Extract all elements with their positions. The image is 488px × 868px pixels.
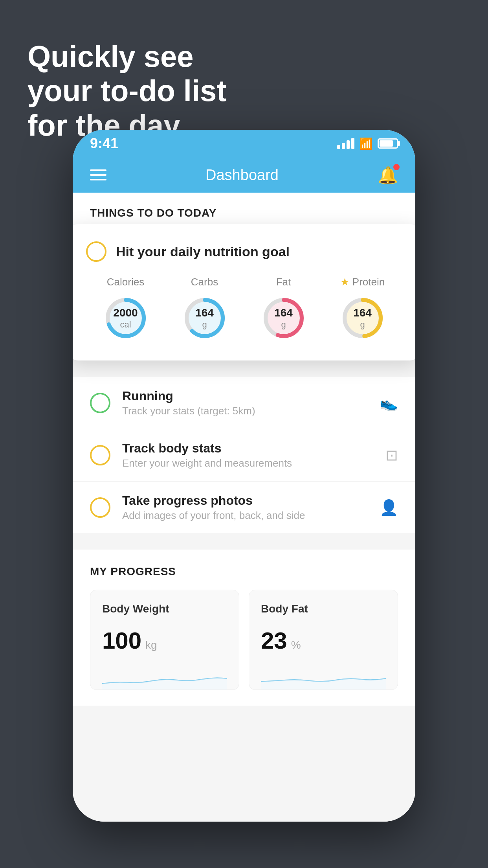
body-stats-sub: Enter your weight and measurements bbox=[122, 457, 374, 469]
running-checkbox[interactable] bbox=[90, 393, 110, 413]
body-stats-name: Track body stats bbox=[122, 441, 374, 456]
calories-donut: 2000 cal bbox=[102, 294, 149, 342]
body-stats-checkbox[interactable] bbox=[90, 445, 110, 465]
background-headline: Quickly see your to-do list for the day. bbox=[28, 39, 227, 142]
todo-item-body-stats[interactable]: Track body stats Enter your weight and m… bbox=[73, 429, 415, 482]
protein-donut: 164 g bbox=[339, 294, 386, 342]
macros-row: Calories 2000 cal bbox=[86, 276, 402, 342]
body-stats-text: Track body stats Enter your weight and m… bbox=[122, 441, 374, 469]
carbs-label: Carbs bbox=[191, 276, 218, 288]
body-stats-icon: ⊡ bbox=[385, 447, 398, 464]
fat-donut: 164 g bbox=[260, 294, 307, 342]
carbs-unit: g bbox=[195, 320, 214, 330]
progress-section: MY PROGRESS Body Weight 100 kg bbox=[73, 550, 415, 706]
body-fat-card[interactable]: Body Fat 23 % bbox=[249, 590, 398, 690]
photos-icon: 👤 bbox=[380, 499, 398, 516]
body-weight-title: Body Weight bbox=[102, 603, 227, 615]
todo-item-running[interactable]: Running Track your stats (target: 5km) 👟 bbox=[73, 377, 415, 429]
protein-label: ★ Protein bbox=[340, 276, 385, 288]
star-icon: ★ bbox=[340, 276, 349, 288]
body-weight-chart bbox=[102, 666, 227, 690]
carbs-value: 164 bbox=[195, 306, 214, 320]
nutrition-card-header: Hit your daily nutrition goal bbox=[86, 241, 402, 262]
body-fat-value: 23 bbox=[261, 627, 287, 654]
nutrition-card[interactable]: Hit your daily nutrition goal Calories 2… bbox=[73, 224, 415, 360]
running-text: Running Track your stats (target: 5km) bbox=[122, 389, 368, 417]
macro-calories: Calories 2000 cal bbox=[102, 276, 149, 342]
signal-icon bbox=[337, 138, 354, 149]
nav-title: Dashboard bbox=[205, 167, 279, 184]
protein-value: 164 bbox=[353, 306, 372, 320]
phone-mockup: 9:41 📶 Dashboard 🔔 THINGS TO bbox=[73, 130, 415, 822]
todo-item-photos[interactable]: Take progress photos Add images of your … bbox=[73, 482, 415, 534]
running-name: Running bbox=[122, 389, 368, 403]
fat-label: Fat bbox=[276, 276, 291, 288]
notification-bell-icon[interactable]: 🔔 bbox=[378, 166, 398, 185]
nutrition-title: Hit your daily nutrition goal bbox=[116, 244, 290, 259]
carbs-donut: 164 g bbox=[181, 294, 228, 342]
macro-protein: ★ Protein 164 g bbox=[339, 276, 386, 342]
body-fat-value-row: 23 % bbox=[261, 627, 386, 654]
status-time: 9:41 bbox=[90, 135, 118, 152]
wifi-icon: 📶 bbox=[359, 137, 373, 150]
protein-unit: g bbox=[353, 320, 372, 330]
photos-checkbox[interactable] bbox=[90, 497, 110, 518]
things-section-title: THINGS TO DO TODAY bbox=[90, 207, 216, 219]
photos-name: Take progress photos bbox=[122, 493, 368, 508]
running-sub: Track your stats (target: 5km) bbox=[122, 405, 368, 417]
body-weight-value-row: 100 kg bbox=[102, 627, 227, 654]
battery-icon bbox=[378, 138, 398, 149]
things-section-header: THINGS TO DO TODAY bbox=[73, 193, 415, 228]
photos-sub: Add images of your front, back, and side bbox=[122, 509, 368, 522]
running-icon: 👟 bbox=[380, 394, 398, 412]
body-weight-card[interactable]: Body Weight 100 kg bbox=[90, 590, 239, 690]
status-icons: 📶 bbox=[337, 137, 398, 150]
calories-value: 2000 bbox=[113, 306, 138, 320]
fat-unit: g bbox=[274, 320, 293, 330]
nutrition-checkbox[interactable] bbox=[86, 241, 106, 262]
body-weight-unit: kg bbox=[145, 639, 157, 651]
progress-cards: Body Weight 100 kg Body Fat bbox=[90, 590, 398, 690]
macro-fat: Fat 164 g bbox=[260, 276, 307, 342]
body-weight-value: 100 bbox=[102, 627, 141, 654]
photos-text: Take progress photos Add images of your … bbox=[122, 493, 368, 522]
fat-value: 164 bbox=[274, 306, 293, 320]
nav-bar: Dashboard 🔔 bbox=[73, 157, 415, 193]
body-fat-chart bbox=[261, 666, 386, 690]
progress-title: MY PROGRESS bbox=[90, 565, 398, 578]
macro-carbs: Carbs 164 g bbox=[181, 276, 228, 342]
notification-dot bbox=[393, 164, 400, 170]
hamburger-menu[interactable] bbox=[90, 169, 106, 180]
calories-label: Calories bbox=[107, 276, 144, 288]
todo-list: Running Track your stats (target: 5km) 👟… bbox=[73, 377, 415, 534]
body-fat-title: Body Fat bbox=[261, 603, 386, 615]
calories-unit: cal bbox=[113, 320, 138, 330]
status-bar: 9:41 📶 bbox=[73, 130, 415, 157]
body-fat-unit: % bbox=[291, 639, 301, 651]
app-content: THINGS TO DO TODAY Hit your daily nutrit… bbox=[73, 193, 415, 822]
